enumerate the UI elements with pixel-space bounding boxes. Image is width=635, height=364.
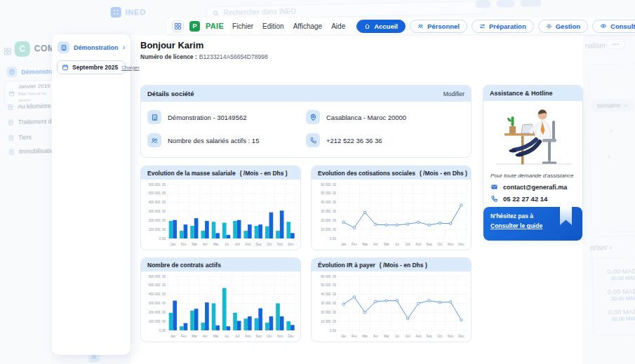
svg-text:Oct: Oct bbox=[437, 243, 443, 246]
chart-card-cotisations: Evolution des cotisations sociales ( /Mo… bbox=[311, 166, 472, 250]
search-placeholder: Rechercher dans INEO bbox=[224, 8, 297, 17]
svg-text:30 000, 00: 30 000, 00 bbox=[321, 210, 336, 213]
chart-card-ir: Évolution IR à payer ( /Mois - en Dhs ) … bbox=[311, 257, 472, 342]
paie-app-name: PAIE bbox=[206, 22, 224, 30]
svg-text:Juil: Juil bbox=[235, 243, 240, 246]
menu-edition[interactable]: Edition bbox=[262, 22, 284, 30]
svg-text:40 000, 00: 40 000, 00 bbox=[321, 292, 336, 296]
calendar-icon bbox=[62, 64, 69, 71]
chart-canvas: 0,0010 000, 0020 000, 0030 000, 0040 000… bbox=[312, 180, 471, 248]
svg-text:300 000, 00: 300 000, 00 bbox=[149, 302, 166, 305]
building-icon bbox=[58, 41, 69, 53]
modifier-link[interactable]: Modifier bbox=[443, 90, 464, 97]
chart-card-contrats: Nombre de contrats actifs 0,00100 000, 0… bbox=[140, 257, 301, 342]
company-address-item: Casablanca - Maroc 20000 bbox=[306, 110, 464, 124]
company-details-header: Détails société Modifier bbox=[141, 86, 471, 102]
period-value: Septembre 2025 bbox=[72, 64, 118, 71]
svg-text:Juil: Juil bbox=[406, 335, 410, 338]
svg-text:100 000, 00: 100 000, 00 bbox=[149, 228, 166, 231]
building-icon bbox=[147, 110, 161, 124]
tab-accueil[interactable]: Accueil bbox=[356, 20, 406, 33]
svg-text:500 000, 00: 500 000, 00 bbox=[149, 191, 166, 195]
svg-text:Fév: Fév bbox=[181, 243, 187, 246]
svg-text:Aoû: Aoû bbox=[245, 243, 251, 246]
svg-text:60 000, 00: 60 000, 00 bbox=[321, 183, 336, 187]
chart-canvas-container: 0,00100 000, 00200 000, 00300 000, 00400… bbox=[141, 180, 300, 250]
bg-right-column: naliser ••• semaine › › oriser › 0,00 MA… bbox=[580, 0, 635, 358]
chart-canvas: 0,0010 000, 0020 000, 0030 000, 0040 000… bbox=[312, 272, 471, 340]
document-icon bbox=[8, 119, 14, 126]
svg-text:100 000, 00: 100 000, 00 bbox=[149, 320, 166, 323]
bg-decoration bbox=[520, 0, 541, 7]
svg-text:10 000, 00: 10 000, 00 bbox=[321, 228, 336, 231]
svg-text:Oct: Oct bbox=[267, 243, 272, 246]
svg-text:Jui: Jui bbox=[395, 335, 399, 338]
svg-text:Mar: Mar bbox=[362, 335, 368, 338]
compta-logo-icon: C bbox=[15, 41, 30, 57]
svg-text:Juil: Juil bbox=[406, 243, 410, 246]
svg-text:Jan: Jan bbox=[171, 243, 176, 246]
menu-aide[interactable]: Aide bbox=[331, 22, 345, 30]
svg-text:Jan: Jan bbox=[341, 243, 347, 246]
menu-fichier[interactable]: Fichier bbox=[232, 22, 253, 30]
svg-text:30 000, 00: 30 000, 00 bbox=[321, 302, 336, 305]
company-name: Démonstration bbox=[74, 44, 119, 51]
bg-amount-row: 0,00 MAD 30,00 MAD bbox=[586, 267, 635, 283]
svg-text:400 000, 00: 400 000, 00 bbox=[149, 292, 166, 296]
svg-text:0,00: 0,00 bbox=[330, 329, 336, 332]
svg-text:Mai: Mai bbox=[384, 335, 389, 338]
svg-text:0,00: 0,00 bbox=[159, 237, 166, 241]
svg-text:Mai: Mai bbox=[384, 243, 389, 246]
svg-text:Sep: Sep bbox=[256, 335, 262, 338]
building-icon bbox=[6, 67, 17, 77]
chart-canvas-container: 0,00100 000, 00200 000, 00300 000, 00400… bbox=[141, 271, 300, 342]
tab-consultation[interactable]: Consultation bbox=[592, 20, 635, 33]
assistance-card: Assistance & Hotline bbox=[483, 85, 583, 241]
svg-text:200 000, 00: 200 000, 00 bbox=[149, 311, 166, 314]
chart-unit: ( /Mois - en Dhs ) bbox=[380, 262, 427, 269]
chart-canvas: 0,00100 000, 00200 000, 00300 000, 00400… bbox=[142, 180, 300, 248]
svg-text:Avr: Avr bbox=[373, 335, 378, 338]
tab-gestion[interactable]: Gestion bbox=[538, 20, 588, 33]
assistance-caption: Pour toute demande d'assistance bbox=[490, 173, 574, 179]
bg-text-fragment: oriser › bbox=[590, 243, 612, 252]
document-icon bbox=[7, 104, 13, 110]
svg-text:Mai: Mai bbox=[213, 243, 218, 246]
nav-tabs: Accueil Pérsonnel Préparation Gestion Co… bbox=[356, 20, 635, 33]
sliders-icon bbox=[479, 23, 486, 29]
assistance-email: contact@generafi.ma bbox=[503, 184, 567, 191]
ineo-logo-text: INEO bbox=[126, 8, 147, 17]
bg-decoration bbox=[496, 0, 514, 8]
app-root: INEO Rechercher dans INEO C COMPT Démons… bbox=[0, 0, 635, 364]
svg-text:Jui: Jui bbox=[225, 335, 229, 338]
svg-text:40 000, 00: 40 000, 00 bbox=[321, 201, 336, 204]
svg-text:200 000, 00: 200 000, 00 bbox=[149, 219, 166, 222]
svg-text:Déc: Déc bbox=[288, 335, 294, 338]
card-title: Assistance & Hotline bbox=[490, 90, 553, 97]
svg-text:Fév: Fév bbox=[352, 243, 357, 246]
search-icon bbox=[213, 9, 220, 16]
svg-text:Nov: Nov bbox=[277, 335, 283, 338]
bg-sidebar-item: Au kilomètre bbox=[7, 102, 51, 110]
calendar-icon bbox=[8, 90, 15, 97]
svg-text:Fév: Fév bbox=[181, 335, 187, 338]
svg-text:Juil: Juil bbox=[235, 335, 240, 338]
tab-preparation[interactable]: Préparation bbox=[472, 20, 534, 33]
eye-icon bbox=[600, 22, 607, 29]
users-icon bbox=[417, 23, 424, 29]
company-details-card: Détails société Modifier Démonstration -… bbox=[140, 85, 472, 158]
company-details-grid: Démonstration - 30149562 Casablanca - Ma… bbox=[141, 102, 471, 156]
svg-text:Déc: Déc bbox=[458, 335, 464, 338]
menu-affichage[interactable]: Affichage bbox=[293, 22, 323, 30]
license-line: Numéro de licence :B1233214A56654D78998 bbox=[140, 53, 268, 60]
svg-text:Déc: Déc bbox=[458, 243, 464, 246]
app-launcher-button[interactable] bbox=[172, 20, 184, 32]
company-selector[interactable]: Démonstration › bbox=[52, 34, 131, 59]
svg-text:Oct: Oct bbox=[437, 335, 443, 338]
svg-text:400 000, 00: 400 000, 00 bbox=[149, 201, 166, 204]
period-selector[interactable]: Septembre 2025 Charger bbox=[57, 60, 126, 74]
charger-link[interactable]: Charger bbox=[121, 65, 139, 70]
ineo-logo: INEO bbox=[111, 6, 147, 18]
context-panel: Démonstration › Septembre 2025 Charger bbox=[52, 34, 131, 355]
tab-personnel[interactable]: Pérsonnel bbox=[410, 20, 467, 33]
